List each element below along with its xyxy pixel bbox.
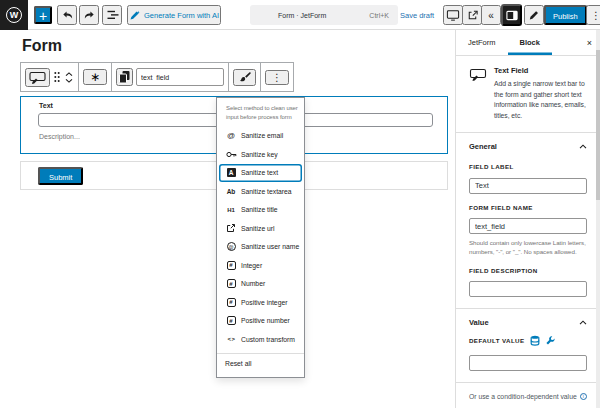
block-card: Text Field Add a single narrow text bar … bbox=[456, 56, 600, 133]
menu-item-sanitize-email[interactable]: @ Sanitize email bbox=[217, 127, 304, 146]
generate-form-ai-button[interactable]: Generate Form with AI bbox=[127, 5, 221, 25]
list-view-button[interactable] bbox=[102, 5, 122, 25]
default-value-input[interactable] bbox=[469, 355, 587, 371]
menu-item-sanitize-key[interactable]: Sanitize key bbox=[217, 145, 304, 164]
database-icon bbox=[530, 335, 540, 346]
macros-button[interactable] bbox=[545, 336, 555, 346]
sidebar-scrollbar[interactable] bbox=[596, 30, 600, 408]
block-toolbar-options-segment: ⋮ bbox=[261, 63, 293, 91]
shortcut-hint: Ctrl+K bbox=[369, 12, 389, 19]
field-label-group: FIELD LABEL bbox=[456, 163, 600, 194]
block-card-title: Text Field bbox=[494, 66, 587, 75]
block-toolbar-required-segment: ∗ bbox=[79, 63, 112, 91]
letter-a-icon: A bbox=[227, 168, 236, 177]
key-icon bbox=[225, 149, 237, 160]
move-up-down-icon bbox=[64, 71, 74, 84]
block-options-button[interactable]: ⋮ bbox=[265, 70, 289, 85]
block-card-description: Add a single narrow text bar to the form… bbox=[494, 79, 587, 121]
reset-all-button[interactable]: Reset all bbox=[217, 354, 304, 374]
redo-button[interactable] bbox=[79, 5, 99, 25]
menu-item-sanitize-title[interactable]: H1 Sanitize title bbox=[217, 201, 304, 220]
undo-button[interactable] bbox=[57, 5, 77, 25]
scrollbar-thumb[interactable] bbox=[596, 50, 600, 200]
pencil-icon bbox=[528, 9, 540, 21]
generate-ai-label: Generate Form with AI bbox=[144, 11, 219, 20]
text-field-block-icon bbox=[469, 67, 487, 82]
drag-handle[interactable] bbox=[53, 71, 61, 83]
menu-item-sanitize-textarea[interactable]: Ab Sanitize textarea bbox=[217, 182, 304, 201]
sanitize-button[interactable] bbox=[233, 69, 256, 86]
sidebar-tabs: JetForm Block × bbox=[456, 30, 600, 56]
hash-box-icon: # bbox=[227, 316, 236, 325]
external-link-icon bbox=[225, 223, 237, 233]
hash-box-icon: # bbox=[227, 298, 236, 307]
general-section-header[interactable]: General bbox=[456, 133, 600, 157]
copy-field-button[interactable] bbox=[116, 68, 133, 86]
field-label-input[interactable] bbox=[469, 178, 587, 194]
field-name-help-text: Should contain only lowercase Latin lett… bbox=[469, 238, 587, 257]
edit-mode-button[interactable] bbox=[524, 5, 544, 25]
options-menu-button[interactable]: ⋮ bbox=[586, 5, 600, 25]
section-divider bbox=[456, 382, 600, 383]
block-type-button[interactable] bbox=[25, 68, 50, 87]
monitor-icon bbox=[446, 8, 460, 22]
field-description-group: FIELD DESCRIPTION bbox=[456, 267, 600, 298]
block-toolbar-main-segment bbox=[21, 63, 79, 91]
editor-canvas: Form ∗ bbox=[0, 30, 455, 408]
field-description-placeholder[interactable]: Description... bbox=[39, 133, 80, 140]
form-field-name-input[interactable] bbox=[469, 218, 587, 234]
code-icon: < > bbox=[225, 336, 237, 342]
wordpress-logo-icon[interactable]: W bbox=[0, 0, 28, 30]
menu-item-positive-number[interactable]: # Positive number bbox=[217, 312, 304, 331]
drag-dots-icon bbox=[53, 71, 61, 83]
view-post-button[interactable] bbox=[462, 5, 482, 25]
publish-button[interactable]: Publish bbox=[544, 5, 587, 25]
block-inserter-button[interactable]: + bbox=[34, 6, 52, 24]
hash-box-icon: # bbox=[227, 279, 236, 288]
form-field-name-label: FORM FIELD NAME bbox=[469, 204, 587, 211]
letters-ab-icon: Ab bbox=[225, 188, 237, 195]
menu-item-sanitize-text[interactable]: A Sanitize text bbox=[219, 164, 302, 183]
at-sign-icon: @ bbox=[225, 131, 237, 140]
info-icon[interactable]: i bbox=[580, 393, 587, 400]
chevron-up-icon bbox=[579, 144, 587, 149]
wrench-icon bbox=[545, 336, 555, 346]
block-mover[interactable] bbox=[64, 71, 74, 84]
command-palette[interactable]: Form · JetForm Ctrl+K bbox=[250, 5, 398, 25]
field-label: Text bbox=[39, 102, 53, 109]
menu-item-positive-integer[interactable]: # Positive integer bbox=[217, 293, 304, 312]
value-section-header[interactable]: Value bbox=[456, 309, 600, 333]
sidebar-panel-icon bbox=[506, 10, 518, 21]
settings-toggle-button[interactable] bbox=[501, 4, 522, 26]
field-description-input[interactable] bbox=[469, 281, 587, 297]
field-label-label: FIELD LABEL bbox=[469, 163, 587, 170]
menu-item-custom-transform[interactable]: < > Custom transform bbox=[217, 330, 304, 349]
field-name-input[interactable] bbox=[136, 68, 224, 86]
list-view-icon bbox=[106, 9, 119, 21]
submit-button[interactable]: Submit bbox=[38, 167, 83, 185]
close-sidebar-button[interactable]: × bbox=[587, 30, 592, 56]
collapse-sidebar-button[interactable]: « bbox=[481, 5, 501, 25]
hash-box-icon: # bbox=[227, 261, 236, 270]
tab-block[interactable]: Block bbox=[508, 30, 552, 55]
settings-sidebar: JetForm Block × Text Field Add a single … bbox=[455, 30, 600, 408]
menu-item-integer[interactable]: # Integer bbox=[217, 256, 304, 275]
tab-jetform[interactable]: JetForm bbox=[456, 30, 508, 55]
page-title[interactable]: Form bbox=[22, 37, 62, 55]
editor-topbar: W + Generate Form with AI Form · JetForm… bbox=[0, 0, 600, 30]
ai-pencil-icon bbox=[129, 10, 140, 21]
menu-item-sanitize-url[interactable]: Sanitize url bbox=[217, 219, 304, 238]
block-toolbar-sanitize-segment bbox=[229, 63, 261, 91]
required-toggle-button[interactable]: ∗ bbox=[83, 69, 107, 85]
save-draft-button[interactable]: Save draft bbox=[400, 11, 434, 20]
preview-button[interactable] bbox=[443, 5, 463, 25]
text-field-block-icon bbox=[29, 70, 46, 85]
default-value-row: DEFAULT VALUE bbox=[456, 335, 600, 346]
menu-item-number[interactable]: # Number bbox=[217, 275, 304, 294]
at-circle-icon: @ bbox=[227, 242, 236, 251]
dropdown-header: Select method to clean user input before… bbox=[217, 98, 304, 127]
block-toolbar: ∗ ⋮ bbox=[20, 62, 294, 92]
menu-item-sanitize-user-name[interactable]: @ Sanitize user name bbox=[217, 238, 304, 257]
redo-icon bbox=[83, 9, 96, 22]
preset-button[interactable] bbox=[530, 335, 540, 346]
